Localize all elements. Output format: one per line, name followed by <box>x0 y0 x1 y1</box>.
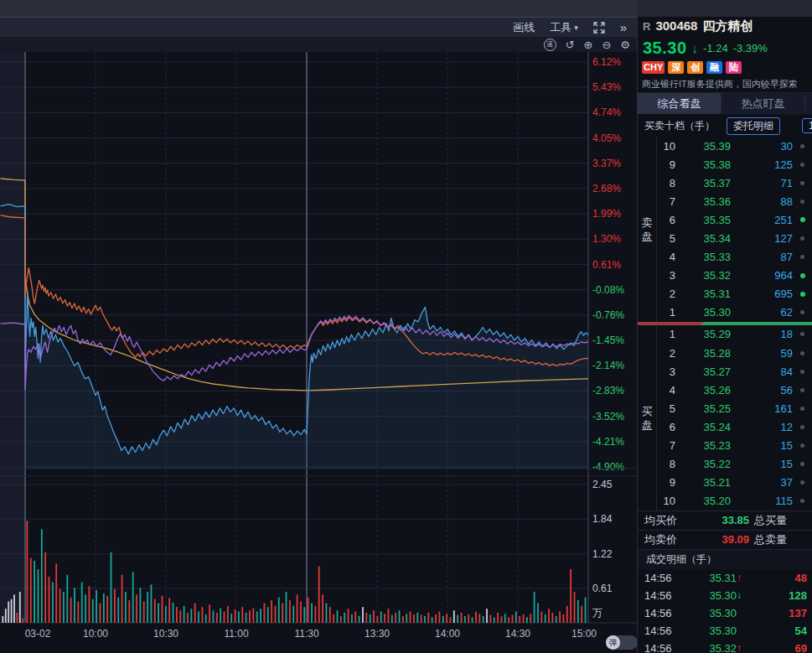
sell-level-row[interactable]: 435.3387 <box>657 248 812 267</box>
buy-level-row[interactable]: 235.2859 <box>657 344 812 362</box>
zoom-out-icon[interactable]: ⊖ <box>602 39 611 50</box>
price: 35.32 <box>675 269 731 282</box>
price: 35.35 <box>675 214 731 226</box>
trade-time: 14:56 <box>644 642 685 653</box>
gray-dot-icon <box>800 200 804 204</box>
fullscreen-icon[interactable] <box>593 22 605 34</box>
tools-dropdown[interactable]: 工具▾ <box>550 20 578 35</box>
volume: 59 <box>731 347 793 360</box>
volume: 71 <box>731 177 793 189</box>
svg-text:-4.90%: -4.90% <box>592 461 624 473</box>
volume: 30 <box>731 140 793 153</box>
volume: 15 <box>731 439 793 452</box>
gray-dot-icon <box>800 332 804 336</box>
dot-cell <box>793 292 812 297</box>
buy-level-row[interactable]: 635.2412 <box>657 417 812 436</box>
buy-level-row[interactable]: 135.2918 <box>657 325 812 344</box>
gray-dot-icon <box>800 370 804 374</box>
green-dot-icon <box>800 292 805 297</box>
danmaku-toggle[interactable]: 弹 <box>606 635 638 650</box>
price: 35.33 <box>675 251 731 263</box>
svg-text:0.61%: 0.61% <box>592 259 621 271</box>
zoom-in-icon[interactable]: ⊕ <box>584 39 593 50</box>
tab-divider <box>804 96 805 111</box>
price: 35.24 <box>675 421 731 433</box>
trades-header: 成交明细（手） <box>638 549 812 569</box>
sell-level-row[interactable]: 235.31695 <box>657 285 812 303</box>
trade-volume: 69 <box>748 642 807 653</box>
stock-title: R 300468 四方精创 <box>638 17 812 38</box>
up-arrow-icon: ↑ <box>737 642 748 653</box>
svg-text:10:30: 10:30 <box>153 628 178 640</box>
avg-sell-row: 均卖价 39.09 总卖量 <box>638 530 812 549</box>
buy-level-row[interactable]: 1035.20115 <box>657 492 812 510</box>
trade-row: 14:5635.32↑69 <box>638 640 812 653</box>
sell-level-row[interactable]: 735.3688 <box>657 192 812 210</box>
trade-price: 35.32 <box>685 642 737 653</box>
svg-text:14:00: 14:00 <box>435 628 460 640</box>
level: 8 <box>657 177 675 189</box>
sell-level-row[interactable]: 335.32964 <box>657 267 812 285</box>
trade-time: 14:56 <box>644 589 685 602</box>
sell-level-row[interactable]: 1035.3930 <box>657 137 812 155</box>
sell-level-row[interactable]: 635.35251 <box>657 210 812 229</box>
draw-line-button[interactable]: 画线 <box>513 20 535 35</box>
down-arrow-icon: ↓ <box>692 41 699 55</box>
sell-level-row[interactable]: 935.38125 <box>657 155 812 174</box>
level: 5 <box>657 402 675 415</box>
svg-text:-4.21%: -4.21% <box>592 436 624 448</box>
badge-融: 融 <box>706 61 722 74</box>
trade-row: 14:5635.3054 <box>638 622 812 640</box>
dot-cell <box>793 351 812 355</box>
dot-cell <box>793 144 812 148</box>
partial-button[interactable]: 10 <box>802 118 812 133</box>
dot-cell <box>793 273 812 278</box>
buy-level-row[interactable]: 835.2215 <box>657 455 812 474</box>
level: 4 <box>657 384 675 396</box>
buy-level-row[interactable]: 435.2656 <box>657 381 812 399</box>
sell-level-row[interactable]: 135.3062 <box>657 303 812 322</box>
order-detail-button[interactable]: 委托明细 <box>727 117 780 135</box>
dot-cell <box>793 462 812 466</box>
gray-dot-icon <box>800 236 804 241</box>
settings-gear-icon[interactable]: ⚙ <box>620 39 630 50</box>
svg-text:4.74%: 4.74% <box>592 106 621 118</box>
price: 35.27 <box>675 365 731 378</box>
undo-icon[interactable]: ↺ <box>566 39 575 50</box>
gray-dot-icon <box>800 480 804 485</box>
buy-level-row[interactable]: 935.2137 <box>657 474 812 492</box>
buy-level-row[interactable]: 535.25161 <box>657 399 812 417</box>
gray-dot-icon <box>800 181 804 185</box>
volume: 84 <box>731 365 793 378</box>
sell-level-row[interactable]: 535.34127 <box>657 229 812 247</box>
dot-cell <box>793 200 812 204</box>
level: 1 <box>657 328 675 340</box>
svg-text:3.37%: 3.37% <box>592 158 621 169</box>
dot-cell <box>793 310 812 314</box>
tab-1[interactable]: 综合看盘 <box>638 93 721 114</box>
intraday-chart: 6.12%5.43%4.74%4.05%3.37%2.68%1.99%1.30%… <box>0 52 637 653</box>
level: 3 <box>657 269 675 282</box>
level: 3 <box>657 365 675 378</box>
level: 7 <box>657 195 675 208</box>
collapse-panel-icon[interactable]: » <box>620 20 625 34</box>
speed-icon[interactable]: 速 <box>544 39 556 51</box>
sell-level-row[interactable]: 835.3771 <box>657 174 812 192</box>
price-row: 35.30 ↓ -1.24 -3.39% <box>638 38 812 58</box>
buy-level-row[interactable]: 335.2784 <box>657 362 812 381</box>
volume: 115 <box>731 495 793 507</box>
dot-cell <box>793 499 812 503</box>
svg-text:1.22: 1.22 <box>592 548 613 560</box>
svg-text:03-02: 03-02 <box>25 628 51 640</box>
price: 35.25 <box>675 402 731 415</box>
volume: 15 <box>731 458 793 470</box>
stock-name: 四方精创 <box>702 18 753 34</box>
tab-2[interactable]: 热点盯盘 <box>721 93 804 114</box>
buy-level-row[interactable]: 735.2315 <box>657 437 812 455</box>
trade-time: 14:56 <box>644 572 685 584</box>
gray-dot-icon <box>800 499 804 503</box>
top-navbar-right <box>637 0 812 17</box>
price: 35.34 <box>675 232 731 245</box>
chart-zoom-toolbar: 速 ↺ ⊕ ⊖ ⚙ <box>0 37 637 52</box>
gray-dot-icon <box>800 163 804 167</box>
